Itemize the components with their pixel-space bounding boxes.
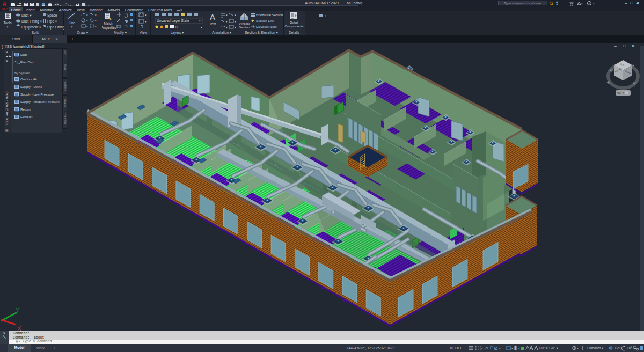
svg-text:Pipe ▾: Pipe ▾ [47, 19, 57, 24]
svg-text:Duct ▾: Duct ▾ [21, 13, 32, 17]
svg-text:▾: ▾ [71, 25, 73, 28]
svg-text:▾: ▾ [226, 20, 228, 23]
svg-text:▾: ▾ [95, 19, 97, 22]
svg-text:Pipe Fitting ▾: Pipe Fitting ▾ [47, 25, 64, 30]
svg-text:Space: Space [47, 13, 57, 18]
svg-text:Elevation Line: Elevation Line [256, 25, 277, 28]
svg-text:▾: ▾ [235, 13, 236, 17]
svg-text:▾: ▾ [7, 25, 9, 28]
svg-text:Section & Elevation ▾: Section & Elevation ▾ [245, 31, 278, 34]
svg-text:▾: ▾ [95, 25, 97, 28]
svg-text:A: A [210, 12, 215, 21]
svg-text:3'-6": 3'-6" [614, 346, 621, 350]
svg-text:MEP: MEP [2, 8, 8, 10]
svg-text:▾: ▾ [145, 13, 147, 17]
svg-text:Standard ▾: Standard ▾ [587, 346, 604, 350]
svg-text:▾: ▾ [95, 13, 97, 17]
svg-text:Unsaved Layer State: Unsaved Layer State [157, 19, 189, 23]
svg-text:▾: ▾ [86, 19, 88, 22]
svg-text:Components: Components [284, 24, 303, 28]
svg-text:A: A [2, 1, 7, 8]
svg-text:1/8" = 1'-0" ▾: 1/8" = 1'-0" ▾ [539, 346, 558, 350]
svg-text:▾: ▾ [201, 26, 202, 29]
svg-text:▾: ▾ [481, 347, 483, 350]
svg-text:Line: Line [69, 21, 76, 25]
svg-text:0: 0 [175, 25, 178, 29]
svg-text:+0°: +0° [627, 346, 632, 350]
svg-text:▾: ▾ [518, 347, 520, 350]
svg-text:Detail: Detail [290, 20, 298, 24]
svg-text:▾: ▾ [235, 26, 236, 29]
svg-text:▾: ▾ [235, 20, 236, 23]
svg-text:▾: ▾ [499, 347, 501, 350]
svg-text:Build: Build [32, 31, 40, 34]
svg-text:Match: Match [104, 21, 113, 25]
svg-text:Details: Details [289, 31, 300, 34]
svg-text:Layers ▾: Layers ▾ [171, 31, 184, 35]
svg-text:▾: ▾ [593, 2, 595, 5]
svg-text:▾: ▾ [226, 26, 228, 29]
svg-text:▾: ▾ [577, 347, 579, 350]
svg-text:▾: ▾ [86, 13, 88, 17]
svg-text:Text: Text [209, 22, 216, 26]
svg-text:▾: ▾ [86, 25, 88, 28]
svg-text:WCS: WCS [617, 91, 626, 95]
svg-text:Section: Section [239, 25, 250, 29]
svg-text:View: View [140, 31, 147, 34]
svg-text:Equipment ▾: Equipment ▾ [21, 25, 41, 30]
svg-text:Horizontal Section: Horizontal Section [256, 13, 283, 17]
svg-text:▾: ▾ [145, 20, 147, 23]
svg-text:Draw ▾: Draw ▾ [77, 31, 89, 34]
svg-text:▾: ▾ [226, 13, 228, 17]
svg-text:▾: ▾ [511, 347, 513, 350]
svg-text:Annotation ▾: Annotation ▾ [212, 31, 232, 34]
svg-text:Properties: Properties [102, 26, 117, 30]
svg-text:Section Line: Section Line [256, 19, 275, 23]
svg-text:Duct Fitting ▾: Duct Fitting ▾ [21, 19, 42, 24]
svg-text:?: ? [589, 2, 590, 5]
svg-text:Tools: Tools [3, 21, 12, 25]
svg-text:Modify ▾: Modify ▾ [114, 31, 127, 35]
svg-text:▾: ▾ [325, 14, 326, 17]
svg-text:▾: ▾ [581, 2, 583, 5]
svg-text:Vertical: Vertical [239, 21, 250, 25]
